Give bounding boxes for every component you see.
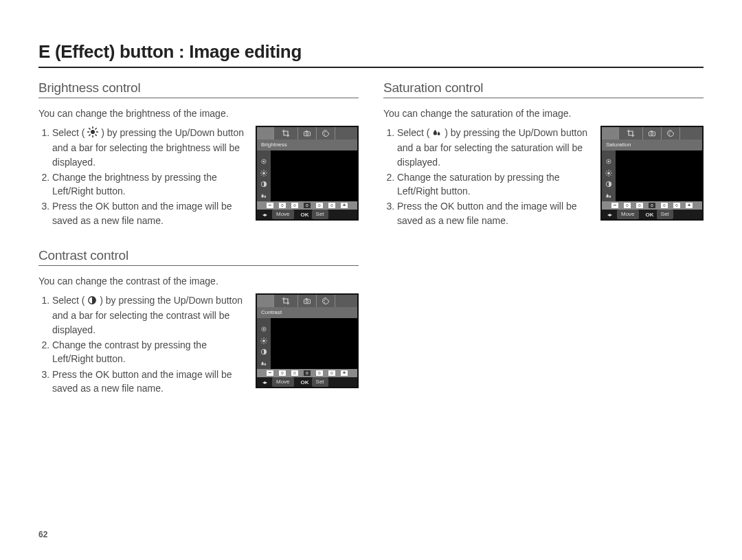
brightness-steps: Select ( ) by pressing the Up/Down butto… (38, 126, 246, 229)
contrast-icon (260, 346, 267, 352)
redeye-icon (260, 323, 267, 330)
brightness-step-3: Press the OK button and the image will b… (52, 199, 246, 227)
cam-footer: ◂▸MoveOKSet (602, 210, 702, 219)
cam-tab-bar (257, 295, 357, 307)
brightness-step-1: Select ( ) by pressing the Up/Down butto… (52, 126, 246, 169)
slider-tick: 0 (636, 203, 643, 208)
cam-slider: −00000+ (602, 201, 702, 210)
saturation-intro: You can change the saturation of the ima… (383, 108, 704, 119)
manual-page: E (Effect) button : Image editing Bright… (0, 0, 742, 560)
content-columns: Brightness control You can change the br… (38, 80, 704, 416)
slider-minus: − (267, 203, 273, 208)
brightness-step-2: Change the brightness by pressing the Le… (52, 170, 246, 199)
cam-tab-crop-icon (619, 127, 643, 139)
move-label: Move (272, 210, 294, 219)
drops-icon (605, 190, 612, 197)
arrows-icon: ◂▸ (257, 212, 272, 218)
cam-slider: −00000+ (257, 369, 357, 377)
cam-tab-bar (602, 127, 702, 139)
set-label: Set (312, 210, 328, 219)
cam-footer: ◂▸MoveOKSet (257, 210, 357, 219)
sun-icon (260, 167, 267, 174)
cam-tab-camera-icon (298, 295, 317, 307)
sun-icon (605, 167, 612, 174)
cam-tab-palette-icon (662, 127, 680, 139)
brightness-camera-screen: Brightness−00000+◂▸MoveOKSet (256, 126, 359, 221)
cam-footer: ◂▸MoveOKSet (257, 377, 357, 387)
cam-mode-label: Contrast (257, 307, 357, 318)
ok-label: OK (646, 212, 654, 218)
slider-tick: 0 (624, 203, 631, 208)
slider-tick: 0 (661, 203, 668, 208)
saturation-step-1: Select ( ) by pressing the Up/Down butto… (397, 126, 591, 169)
slider-tick: 0 (304, 370, 311, 376)
cam-mode-tab (257, 127, 274, 139)
saturation-step-2: Change the saturation by pressing the Le… (397, 170, 591, 199)
drops-icon (260, 190, 267, 197)
saturation-steps: Select ( ) by pressing the Up/Down butto… (383, 126, 591, 229)
slider-tick: 0 (316, 370, 323, 376)
slider-minus: − (611, 203, 618, 208)
cam-mode-tab (602, 127, 619, 139)
ok-label: OK (301, 212, 309, 218)
slider-tick: 0 (673, 203, 680, 208)
contrast-icon (260, 178, 267, 185)
set-label: Set (312, 377, 328, 387)
cam-tab-crop-icon (274, 127, 298, 139)
page-title: E (Effect) button : Image editing (38, 41, 704, 68)
slider-plus: + (341, 370, 348, 376)
cam-mode-tab (257, 295, 274, 307)
slider-tick: 0 (291, 370, 298, 376)
redeye-icon (605, 155, 612, 162)
cam-preview (271, 150, 357, 201)
sun-icon (87, 126, 98, 141)
cam-tab-palette-icon (317, 295, 335, 307)
arrows-icon: ◂▸ (602, 212, 617, 218)
cam-preview (271, 318, 357, 369)
page-number: 62 (38, 530, 47, 539)
contrast-heading: Contrast control (38, 248, 359, 266)
right-column: Saturation control You can change the sa… (383, 80, 704, 416)
drops-icon (260, 357, 267, 364)
contrast-section: Contrast control You can change the cont… (38, 248, 359, 396)
move-label: Move (617, 210, 639, 219)
saturation-step-3: Press the OK button and the image will b… (397, 199, 591, 227)
slider-plus: + (686, 203, 693, 208)
cam-sidebar (257, 150, 271, 201)
set-label: Set (657, 210, 673, 219)
move-label: Move (272, 377, 294, 387)
contrast-icon (605, 178, 612, 185)
redeye-icon (260, 155, 267, 162)
cam-tab-camera-icon (298, 127, 317, 139)
slider-tick: 0 (316, 203, 323, 208)
cam-sidebar (602, 150, 616, 201)
contrast-steps: Select ( ) by pressing the Up/Down butto… (38, 293, 246, 396)
contrast-intro: You can change the contrast of the image… (38, 276, 359, 287)
brightness-section: Brightness control You can change the br… (38, 80, 359, 229)
cam-tab-camera-icon (643, 127, 662, 139)
cam-tab-palette-icon (317, 127, 335, 139)
sun-icon (260, 335, 267, 341)
cam-preview (616, 150, 702, 201)
saturation-heading: Saturation control (383, 80, 704, 98)
slider-tick: 0 (328, 203, 335, 208)
slider-tick: 0 (291, 203, 298, 208)
contrast-step-1: Select ( ) by pressing the Up/Down butto… (52, 293, 246, 337)
slider-tick: 0 (279, 203, 286, 208)
arrows-icon: ◂▸ (257, 379, 272, 385)
slider-tick: 0 (649, 203, 655, 208)
slider-plus: + (341, 203, 348, 208)
left-column: Brightness control You can change the br… (38, 80, 359, 416)
contrast-icon (87, 295, 97, 309)
slider-tick: 0 (328, 370, 335, 376)
cam-mode-label: Saturation (602, 139, 702, 150)
cam-mode-label: Brightness (257, 139, 357, 150)
brightness-intro: You can change the brightness of the ima… (38, 108, 359, 119)
cam-sidebar (257, 318, 271, 369)
slider-tick: 0 (279, 370, 286, 376)
contrast-camera-screen: Contrast−00000+◂▸MoveOKSet (256, 293, 359, 388)
saturation-camera-screen: Saturation−00000+◂▸MoveOKSet (600, 126, 704, 221)
ok-label: OK (301, 379, 309, 385)
contrast-step-3: Press the OK button and the image will b… (52, 368, 246, 396)
slider-minus: − (267, 370, 273, 376)
